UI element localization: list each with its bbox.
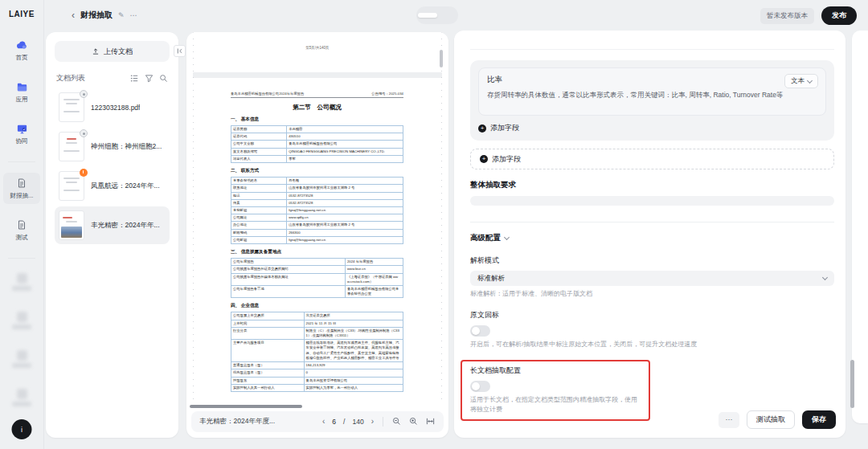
pdf-cell-value: fgnq@fengguang.net.cn [287,206,403,214]
doc-list-title: 文档列表 [56,73,130,84]
pdf-cell-value: 制造业（C）-金属制品业（C33）-结构性金属制品制造（C331）-金属结构制造… [304,327,403,339]
page-edge-marks [193,32,194,402]
back-icon[interactable]: ‹ [72,10,75,20]
next-page-button[interactable]: › [371,418,374,426]
sidebar-divider [8,161,35,162]
pdf-cell-value: 吕冬梅 [287,178,403,185]
horizontal-scrollbar-thumb[interactable] [190,405,302,408]
longdoc-annotation-box: 长文档抽取配置 适用于长文档，在指定文档类型范围内精准抽取字段，使用将独立计费 [461,360,650,420]
laiye-logo: LAIYE [9,10,35,18]
pdf-table-row: 普通股总股本（股） 184,213,929 [231,362,403,369]
edit-icon[interactable]: ✎ [118,12,125,19]
upload-icon [92,47,100,55]
pdf-table-row: 公司股票上市交易所 北京证券交易所 [231,312,403,320]
parse-mode-select[interactable]: 标准解析 [470,271,834,286]
pdf-cell-key: 公司邮箱 [231,236,287,243]
pdf-table-row: 控股股东 青岛丰光投资管理有限公司 [231,377,403,384]
field-card[interactable]: 比率 文本 存货周转率的具体数值，通常以比率形式表示，常用关键词：比率, 周转率… [478,67,826,116]
pdf-table-row: 办公地址 山东省青岛胶州市胶州湾工业园太湖路 2 号 [231,222,403,229]
more-actions-button[interactable]: ··· [719,412,739,428]
topbar: ‹ 财报抽取 ✎ ⋯ 暂未发布版本 发布 [44,0,868,31]
sidebar-item-finance-extract[interactable]: 财报抽... [3,173,40,204]
pdf-cell-key: 联系地址 [231,185,287,192]
pdf-cell-key: 电话 [231,192,287,199]
doc-list-item[interactable]: 凤凰航远：2024年年... [55,167,170,205]
annotate-toggle[interactable] [470,325,490,337]
pdf-page-area[interactable]: 第5页/共140页 青岛丰光精密机械股份有限公司2024年年度报告 公告编号：2… [193,32,442,402]
search-icon[interactable] [159,74,168,83]
publish-button[interactable]: 发布 [821,6,857,25]
doc-list-item[interactable]: 1223032188.pdf [55,88,170,126]
config-panel: 比率 文本 存货周转率的具体数值，通常以比率形式表示，常用关键词：比率, 周转率… [454,31,845,438]
collapse-panel-button[interactable] [174,45,186,57]
field-type-select[interactable]: 文本 [784,74,818,88]
doc-thumbnail [59,92,84,122]
doc-list-item[interactable]: 丰光精密：2024年年... [55,206,170,244]
zoom-out-icon[interactable] [392,417,402,427]
test-extract-button[interactable]: 测试抽取 [747,410,795,429]
home-icon [15,39,28,51]
longdoc-toggle[interactable] [470,381,490,392]
pdf-cell-value: 精密直线导轨滑块、高速列车减震器主件、伺服电机主轴、汽车安全带装置转轴、汽车发动… [304,340,403,362]
page-edge-marks [441,32,442,402]
sidebar-item-label: 财报抽... [10,192,34,200]
sidebar-item-collab[interactable]: 协同 [3,118,40,149]
chevron-down-icon [807,77,813,83]
pdf-table-row: 优先股总股本（股） 0 [231,369,403,377]
pdf-cell-value: 266300 [287,229,403,236]
pdf-cell-value: 丰光精密 [287,126,403,133]
sidebar: LAIYE 首页 应用 协同 财报抽... [0,0,44,449]
pdf-cell-value: 184,213,929 [304,362,403,369]
upload-document-button[interactable]: 上传文档 [55,41,170,62]
pdf-table-row: 公司中文全称 青岛丰光精密机械股份有限公司 [231,141,403,148]
pdf-section-heading: 三、 信息披露及备置地点 [231,249,403,255]
pdf-table-row: 公司披露年度报告的媒体名称及网址 《上海证券报》（中国证券网 www.cnsto… [231,273,403,285]
pdf-section: 二、 联系方式 董事会秘书姓名 吕冬梅 [231,168,403,244]
config-tabs [470,31,834,50]
save-button[interactable]: 保存 [802,410,836,429]
header-tab-switcher [416,6,458,24]
sidebar-item-test[interactable]: 测试 [3,214,40,246]
prev-page-button[interactable]: ‹ [322,418,325,426]
list-view-icon[interactable] [130,74,139,83]
sidebar-item-hidden [3,346,40,372]
pdf-cell-key: 公司股票上市交易所 [231,312,305,320]
vertical-scrollbar-thumb[interactable] [440,50,443,67]
overall-requirements-box[interactable] [470,196,834,206]
advanced-config-title[interactable]: 高级配置 [470,233,834,243]
fit-width-icon[interactable] [426,417,436,427]
pdf-table-row: 主要产品与服务项目 精密直线导轨滑块、高速列车减震器主件、伺服电机主轴、汽车安全… [231,340,403,362]
more-icon[interactable]: ⋯ [130,12,137,19]
monitor-icon [15,122,28,135]
pdf-table: 公司股票上市交易所 北京证券交易所 上市时间 2021 年 11 月 15 日 [231,312,403,392]
collapsed-right-rail[interactable] [852,31,868,423]
user-avatar[interactable]: i [12,419,32,439]
pdf-cell-value: 实际控制人为李军，无一致行动人 [304,384,403,391]
add-field-button-inner[interactable]: + 添加字段 [478,123,826,133]
pdf-cell-key: 优先股总股本（股） [231,369,305,377]
pdf-cell-value: www.qdfg.cn [287,214,403,222]
add-field-button-outer[interactable]: + 添加字段 [470,149,834,169]
sidebar-item-label: 应用 [16,96,28,104]
current-page[interactable]: 6 [332,418,336,426]
doc-status-badge [80,208,88,216]
header-tab[interactable] [418,13,437,18]
header-tab[interactable] [437,13,457,18]
sidebar-item-home[interactable]: 首页 [3,35,40,66]
pdf-cell-value: fgnq@fengguang.net.cn [287,236,403,243]
collapse-left-icon [176,47,183,55]
pdf-cell-value: 李军 [287,155,403,162]
doc-list-item[interactable]: 神州细胞：神州细胞2... [55,128,170,165]
sidebar-item-label: 首页 [16,54,28,62]
pdf-table-row: 董秘邮箱 fgnq@fengguang.net.cn [231,206,403,214]
sidebar-item-apps[interactable]: 应用 [3,76,40,108]
doc-name: 丰光精密：2024年年... [91,221,160,231]
pdf-table-row: 公司年度报告 2024 年年度报告 [231,259,403,266]
scrollbar-thumb[interactable] [850,360,854,408]
filter-icon[interactable] [145,74,154,83]
zoom-in-icon[interactable] [409,417,419,427]
pdf-section: 四、 企业信息 公司股票上市交易所 北京证券交易所 [231,303,403,392]
doc-thumbnail [59,132,84,161]
pdf-table-row: 董事会秘书姓名 吕冬梅 [231,178,403,185]
doc-thumbnail [59,171,84,201]
